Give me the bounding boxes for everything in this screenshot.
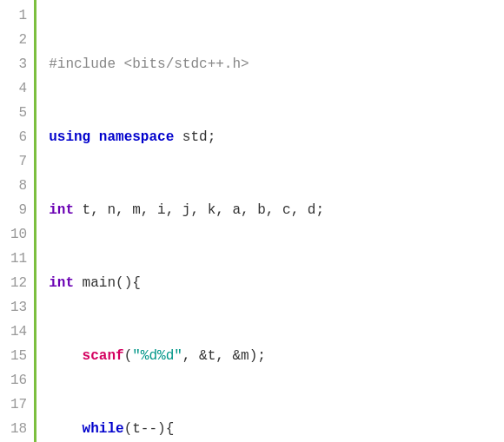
- line-number: 9: [10, 198, 27, 222]
- code-container: 1 2 3 4 5 6 7 8 9 10 11 12 13 14 15 16 1…: [0, 0, 504, 442]
- line-number: 18: [10, 417, 27, 441]
- line-number: 16: [10, 368, 27, 393]
- code-body: #include <bits/stdc++.h> using namespace…: [36, 0, 349, 442]
- line-number: 1: [10, 3, 27, 28]
- line-number: 14: [10, 320, 27, 344]
- keyword: namespace: [99, 129, 174, 145]
- line-number: 6: [10, 125, 27, 149]
- line-number: 8: [10, 174, 27, 198]
- line-number: 17: [10, 393, 27, 417]
- code-line: using namespace std;: [49, 125, 349, 149]
- code-line: #include <bits/stdc++.h>: [49, 52, 349, 76]
- line-number: 7: [10, 149, 27, 174]
- code-line: while(t--){: [49, 417, 349, 441]
- keyword: using: [49, 129, 90, 145]
- line-number: 3: [10, 52, 27, 76]
- line-number: 12: [10, 271, 27, 295]
- line-number: 2: [10, 28, 27, 52]
- code-line: int main(){: [49, 271, 349, 295]
- preprocessor: #include <bits/stdc++.h>: [49, 56, 249, 72]
- type-keyword: int: [49, 275, 74, 291]
- line-number: 15: [10, 344, 27, 368]
- line-number: 10: [10, 222, 27, 247]
- function-call: scanf: [83, 348, 124, 364]
- line-number: 4: [10, 76, 27, 101]
- keyword: while: [83, 421, 124, 437]
- line-number-gutter: 1 2 3 4 5 6 7 8 9 10 11 12 13 14 15 16 1…: [0, 0, 36, 442]
- code-line: scanf("%d%d", &t, &m);: [49, 344, 349, 368]
- type-keyword: int: [49, 202, 74, 218]
- code-line: int t, n, m, i, j, k, a, b, c, d;: [49, 198, 349, 222]
- line-number: 13: [10, 295, 27, 320]
- string-literal: "%d%d": [132, 348, 182, 364]
- line-number: 5: [10, 101, 27, 125]
- line-number: 11: [10, 247, 27, 271]
